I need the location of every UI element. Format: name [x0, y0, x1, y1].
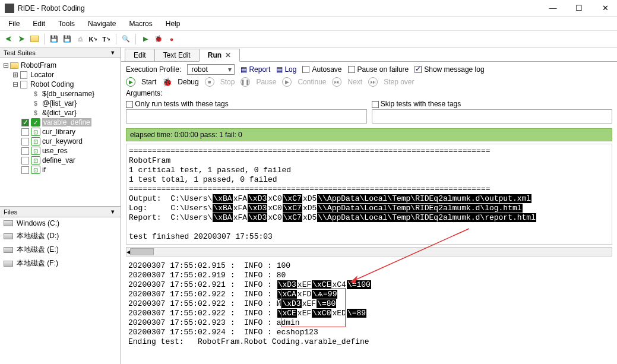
start-button[interactable]: Start	[141, 78, 156, 86]
tree-item-test[interactable]: ⊡ use_res	[0, 146, 121, 156]
disk-item[interactable]: 本地磁盘 (D:)	[0, 229, 121, 243]
test-pass-icon: ✓	[31, 118, 40, 126]
autosave-checkbox[interactable]: Autosave	[302, 65, 341, 74]
stop-icon[interactable]: ■	[205, 77, 214, 87]
continue-icon[interactable]: ▶	[282, 77, 292, 87]
search-icon[interactable]: 🔍	[120, 33, 132, 45]
output-console[interactable]: ========================================…	[126, 144, 612, 245]
menu-tools[interactable]: Tools	[52, 18, 81, 29]
tree-label: if	[42, 166, 46, 174]
tree-item-locator[interactable]: ⊞ Locator	[0, 70, 121, 80]
btn-label: Report	[249, 65, 270, 74]
collapse-icon[interactable]: ⊟	[12, 80, 19, 88]
disk-item[interactable]: Windows (C:)	[0, 217, 121, 229]
disk-item[interactable]: 本地磁盘 (E:)	[0, 243, 121, 257]
tree-item-var[interactable]: $ ${db_username}	[0, 89, 121, 99]
report-button[interactable]: ▤Report	[241, 65, 270, 74]
tree-item-robot-coding[interactable]: ⊟ Robot Coding	[0, 80, 121, 89]
tree-item-test[interactable]: ⊡ if	[0, 165, 121, 175]
menu-help[interactable]: Help	[160, 18, 186, 29]
pause-icon[interactable]: ❚❚	[241, 77, 250, 87]
exec-profile-select[interactable]: robot	[187, 64, 235, 75]
toolbar: ⮜ ⮞ 💾 💾 ⎙ K↘ T↘ 🔍 ▶ 🐞 ●	[0, 31, 617, 48]
test-checkbox[interactable]: ✓	[21, 119, 29, 126]
tree-label: varable_define	[42, 118, 91, 126]
disk-label: 本地磁盘 (E:)	[17, 245, 59, 255]
close-tab-icon[interactable]: ✕	[225, 51, 231, 59]
debug-icon[interactable]: 🐞	[162, 77, 172, 87]
step-over-icon[interactable]: ⏭	[368, 77, 378, 87]
test-checkbox[interactable]	[21, 147, 29, 155]
scalar-var-icon: $	[31, 90, 40, 98]
page-icon	[20, 81, 27, 88]
chk-label: Only run tests with these tags	[135, 100, 228, 108]
tab-text-edit[interactable]: Text Edit	[154, 49, 200, 61]
disk-icon	[4, 233, 13, 239]
page-icon	[20, 71, 27, 79]
skip-tags-checkbox[interactable]: Skip tests with these tags	[372, 100, 613, 108]
tree-label: &{dict_var}	[42, 109, 77, 117]
test-suites-label: Test Suites	[4, 49, 36, 56]
menu-edit[interactable]: Edit	[27, 18, 51, 29]
test-checkbox[interactable]	[21, 157, 29, 164]
disk-item[interactable]: 本地磁盘 (F:)	[0, 257, 121, 270]
back-icon[interactable]: ⮜	[2, 33, 14, 45]
chk-label: Pause on failure	[357, 65, 409, 74]
debug-run-icon[interactable]: 🐞	[153, 33, 164, 45]
only-tags-checkbox[interactable]: Only run tests with these tags	[126, 100, 367, 108]
save-icon[interactable]: 💾	[48, 33, 60, 45]
tree-label: use_res	[42, 147, 68, 155]
keyword-icon[interactable]: K↘	[87, 33, 99, 45]
close-button[interactable]: ✕	[598, 4, 612, 12]
disk-label: Windows (C:)	[17, 219, 59, 227]
menu-macros[interactable]: Macros	[123, 18, 158, 29]
debug-button[interactable]: Debug	[178, 78, 198, 86]
editor-tabs: Edit Text Edit Run✕	[121, 48, 617, 62]
test-checkbox[interactable]	[21, 128, 29, 136]
menu-bar: File Edit Tools Navigate Macros Help	[0, 17, 617, 31]
test-checkbox[interactable]	[21, 166, 29, 174]
tree-item-var[interactable]: $ &{dict_var}	[0, 108, 121, 118]
pause-on-failure-checkbox[interactable]: Pause on failure	[348, 65, 409, 74]
maximize-button[interactable]: ☐	[572, 4, 586, 12]
menu-navigate[interactable]: Navigate	[82, 18, 122, 29]
tab-run[interactable]: Run✕	[199, 49, 240, 62]
tree-item-var[interactable]: $ @{list_var}	[0, 99, 121, 108]
folder-icon	[10, 62, 18, 69]
menu-file[interactable]: File	[2, 18, 26, 29]
horizontal-scrollbar[interactable]: ◂	[126, 247, 612, 257]
skip-tags-input[interactable]	[372, 109, 613, 124]
tree-item-test[interactable]: ⊡ cur_library	[0, 127, 121, 137]
list-var-icon: $	[31, 99, 40, 107]
message-log[interactable]: 20200307 17:55:02.915 : INFO : 100 20200…	[126, 259, 612, 349]
minimize-button[interactable]: —	[546, 4, 560, 12]
log-button[interactable]: ▤Log	[276, 65, 296, 74]
checkbox-icon	[302, 66, 309, 73]
run-icon[interactable]: ▶	[140, 33, 151, 45]
testcase-icon[interactable]: T↘	[100, 33, 112, 45]
forward-icon[interactable]: ⮞	[15, 33, 27, 45]
test-checkbox[interactable]	[21, 138, 29, 145]
stop-icon[interactable]: ●	[166, 33, 178, 45]
tree-item-test[interactable]: ⊡ define_var	[0, 156, 121, 165]
show-message-log-checkbox[interactable]: Show message log	[415, 65, 484, 74]
only-tags-input[interactable]	[126, 109, 367, 124]
panel-menu-icon[interactable]: ▾	[109, 208, 117, 216]
next-icon[interactable]: ⏭	[332, 77, 341, 87]
collapse-icon[interactable]: ⊟	[2, 61, 10, 69]
save-all-icon[interactable]: 💾	[61, 33, 73, 45]
files-tree[interactable]: Windows (C:) 本地磁盘 (D:) 本地磁盘 (E:) 本地磁盘 (F…	[0, 217, 121, 364]
open-icon[interactable]	[29, 33, 40, 45]
test-suites-tree[interactable]: ⊟ RobotFram ⊞ Locator ⊟ Robot Coding $ $…	[0, 58, 121, 207]
print-icon[interactable]: ⎙	[74, 33, 86, 45]
panel-menu-icon[interactable]: ▾	[109, 49, 117, 56]
start-icon[interactable]: ▶	[126, 77, 135, 87]
dict-var-icon: $	[31, 109, 40, 117]
tree-root[interactable]: ⊟ RobotFram	[0, 61, 121, 70]
separator	[135, 34, 136, 45]
expand-icon[interactable]: ⊞	[12, 71, 19, 79]
tree-item-test[interactable]: ✓ ✓ varable_define	[0, 118, 121, 127]
tree-item-test[interactable]: ⊡ cur_keyword	[0, 137, 121, 146]
tab-edit[interactable]: Edit	[125, 49, 155, 61]
tree-label: @{list_var}	[42, 99, 77, 107]
